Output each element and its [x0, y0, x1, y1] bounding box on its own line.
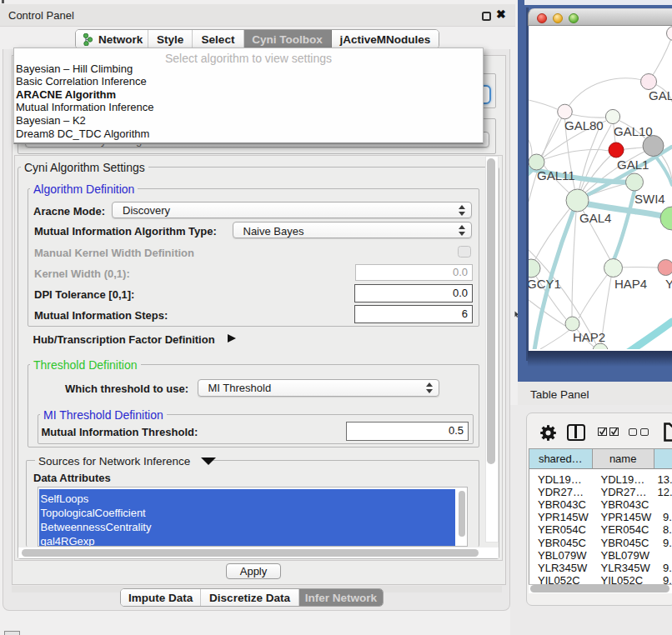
svg-text:GAL4: GAL4 [579, 211, 611, 225]
svg-text:GCY1: GCY1 [529, 277, 561, 291]
svg-text:Y: Y [665, 277, 672, 291]
svg-text:GAL1: GAL1 [617, 158, 649, 172]
svg-text:HAP4: HAP4 [614, 277, 647, 291]
svg-text:GAL7: GAL7 [649, 88, 672, 102]
svg-text:GAL11: GAL11 [537, 168, 575, 182]
svg-text:GAL80: GAL80 [564, 118, 604, 132]
svg-text:GAL10: GAL10 [614, 124, 653, 138]
svg-text:SWI4: SWI4 [634, 192, 665, 206]
svg-text:HAP2: HAP2 [573, 330, 605, 344]
